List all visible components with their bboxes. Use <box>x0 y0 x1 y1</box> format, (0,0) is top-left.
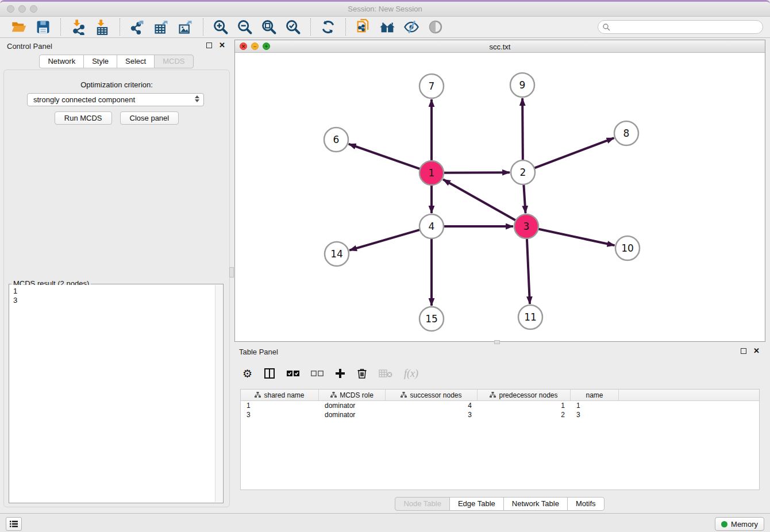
column-header-shared-name[interactable]: shared name <box>241 390 319 400</box>
graph-edge-3-1[interactable] <box>443 179 516 220</box>
tab-style[interactable]: Style <box>83 55 117 68</box>
home-icon[interactable] <box>375 18 399 36</box>
table-cell[interactable]: 1 <box>241 401 319 410</box>
table-cell[interactable]: 1 <box>478 401 571 410</box>
optimization-criterion-label: Optimization criterion: <box>4 80 229 89</box>
table-cell[interactable]: 2 <box>478 410 571 419</box>
search-icon <box>602 23 610 33</box>
toolbar-separator <box>310 18 311 36</box>
float-panel-icon[interactable] <box>206 43 212 48</box>
zoom-in-icon[interactable] <box>209 18 233 36</box>
combo-stepper-icon <box>194 95 200 102</box>
graph-edge-3-10[interactable] <box>538 229 615 245</box>
column-header-name[interactable]: name <box>571 390 619 400</box>
window-title: Session: New Session <box>0 5 770 13</box>
graph-node-label-4: 4 <box>429 221 435 232</box>
close-panel-button[interactable]: Close panel <box>120 111 179 125</box>
graph-node-label-1: 1 <box>429 167 435 179</box>
tab-edge-table[interactable]: Edge Table <box>449 497 504 511</box>
float-table-panel-icon[interactable] <box>741 348 746 354</box>
gear-icon[interactable]: ⚙ <box>242 368 252 379</box>
graph-edge-2-8[interactable] <box>534 138 614 168</box>
column-layout-icon[interactable] <box>264 368 275 379</box>
add-column-icon[interactable] <box>335 368 345 379</box>
graph-node-label-2: 2 <box>520 167 526 178</box>
tab-node-table[interactable]: Node Table <box>395 497 450 511</box>
network-graph[interactable]: 7968124314101511 <box>235 53 765 342</box>
deselect-all-icon[interactable] <box>311 369 324 377</box>
control-panel-title: Control Panel <box>7 42 52 51</box>
export-network-icon[interactable] <box>125 18 149 36</box>
graph-edge-2-3[interactable] <box>523 184 525 213</box>
table-tabs: Node Table Edge Table Network Table Moti… <box>234 497 765 511</box>
column-header-label: name <box>586 391 603 399</box>
select-all-icon[interactable] <box>287 369 299 377</box>
clone-network-icon[interactable] <box>351 18 375 36</box>
birds-eye-icon[interactable] <box>424 18 448 36</box>
table-cell[interactable]: dominator <box>319 401 386 410</box>
table-row[interactable]: 1dominator411 <box>241 401 759 410</box>
delete-column-icon[interactable] <box>357 368 367 379</box>
vertical-splitter-handle[interactable] <box>229 267 234 277</box>
column-header-successor-nodes[interactable]: successor nodes <box>386 390 478 400</box>
run-mcds-button[interactable]: Run MCDS <box>55 111 112 125</box>
zoom-out-icon[interactable] <box>233 18 257 36</box>
graph-edge-3-11[interactable] <box>527 238 530 304</box>
table-panel: Table Panel ✕ ⚙ <box>234 345 765 513</box>
memory-label: Memory <box>731 520 758 529</box>
table-cell[interactable]: 3 <box>571 410 619 419</box>
column-header-predecessor-nodes[interactable]: predecessor nodes <box>478 390 571 400</box>
table-row[interactable]: 3dominator323 <box>241 410 759 419</box>
table-cell[interactable]: 1 <box>571 401 619 410</box>
table-header-row: shared nameMCDS rolesuccessor nodesprede… <box>241 390 759 401</box>
hide-details-icon[interactable] <box>399 18 424 36</box>
graph-node-label-8: 8 <box>623 128 630 139</box>
table-cell[interactable]: 3 <box>241 410 319 419</box>
mcds-result-item[interactable]: 3 <box>13 296 211 305</box>
graph-edge-1-6[interactable] <box>349 144 420 169</box>
mcds-result-item[interactable]: 1 <box>13 287 211 296</box>
column-header-MCDS-role[interactable]: MCDS role <box>319 390 386 400</box>
network-canvas[interactable]: 7968124314101511 <box>235 53 765 341</box>
import-network-icon[interactable] <box>66 18 90 36</box>
column-header-label: successor nodes <box>410 391 461 399</box>
zoom-fit-icon[interactable] <box>257 18 281 36</box>
horizontal-splitter-handle[interactable] <box>494 340 500 344</box>
graph-edge-2-9[interactable] <box>522 98 523 160</box>
open-file-icon[interactable] <box>7 18 31 36</box>
graph-node-label-15: 15 <box>425 313 438 325</box>
tree-icon <box>490 391 496 399</box>
mcds-result-box: MCDS result (2 nodes) 13 <box>9 284 224 503</box>
save-session-icon[interactable] <box>31 18 55 36</box>
main-toolbar <box>0 17 770 38</box>
table-cell[interactable]: 3 <box>386 410 478 419</box>
table-cell[interactable]: dominator <box>319 410 386 419</box>
mcds-scrollbar[interactable] <box>215 285 222 502</box>
table-toolbar: ⚙ f(x) <box>242 363 418 384</box>
import-table-icon[interactable] <box>90 18 114 36</box>
show-panels-button[interactable] <box>6 517 22 531</box>
tab-select[interactable]: Select <box>117 55 155 68</box>
export-table-icon[interactable] <box>149 18 174 36</box>
close-panel-icon[interactable]: ✕ <box>219 42 225 49</box>
export-image-icon[interactable] <box>174 18 198 36</box>
optimization-criterion-select[interactable]: strongly connected component <box>27 93 204 106</box>
tab-network-table[interactable]: Network Table <box>503 497 568 511</box>
network-title: scc.txt <box>235 43 765 51</box>
zoom-selected-icon[interactable] <box>281 18 305 36</box>
tab-mcds[interactable]: MCDS <box>154 55 193 68</box>
mcds-result-list[interactable]: 13 <box>10 285 215 502</box>
refresh-layout-icon[interactable] <box>316 18 340 36</box>
graph-edge-1-2[interactable] <box>444 172 510 173</box>
tab-motifs[interactable]: Motifs <box>567 497 605 511</box>
tab-network[interactable]: Network <box>39 55 84 68</box>
graph-edge-4-14[interactable] <box>349 230 420 250</box>
close-table-panel-icon[interactable]: ✕ <box>753 348 760 354</box>
search-input[interactable] <box>598 20 763 34</box>
table-cell[interactable]: 4 <box>386 401 478 410</box>
graph-node-label-3: 3 <box>523 221 530 232</box>
graph-node-label-7: 7 <box>429 80 435 92</box>
tree-icon <box>255 391 261 399</box>
memory-button[interactable]: Memory <box>715 517 764 531</box>
toolbar-separator <box>345 18 346 36</box>
